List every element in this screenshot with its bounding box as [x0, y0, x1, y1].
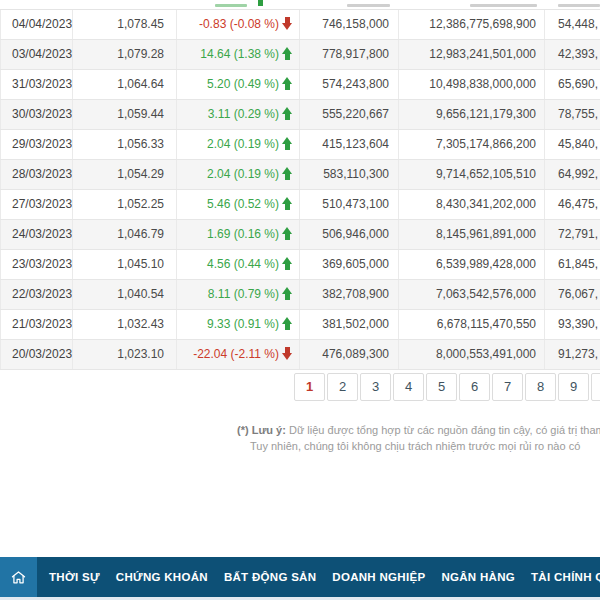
- disclaimer-text-2: Tuy nhiên, chúng tôi không chịu trách nh…: [250, 440, 580, 452]
- page-button-9[interactable]: 9: [558, 373, 589, 401]
- cell-value: 12,386,775,698,900: [399, 10, 545, 39]
- table-row: 27/03/20231,052.255.46 (0.52 %)510,473,1…: [0, 190, 600, 220]
- page-button-6[interactable]: 6: [459, 373, 490, 401]
- home-icon: [10, 569, 27, 586]
- arrow-up-icon: [282, 137, 293, 150]
- cell-value: 7,305,174,866,200: [399, 130, 545, 159]
- nav-item-5[interactable]: NGÂN HÀNG: [433, 557, 523, 597]
- cell-close: 1,032.43: [73, 310, 177, 339]
- cell-value: 8,430,341,202,000: [399, 190, 545, 219]
- change-value: 4.56 (0.44 %): [207, 257, 279, 271]
- navbar-items: THỜI SỰCHỨNG KHOÁNBẤT ĐỘNG SẢNDOANH NGHI…: [41, 557, 600, 597]
- history-table-body: 04/04/20231,078.45-0.83 (-0.08 %)746,158…: [0, 10, 600, 370]
- arrow-up-icon: [282, 317, 293, 330]
- change-value: 1.69 (0.16 %): [207, 227, 279, 241]
- change-value: 5.46 (0.52 %): [207, 197, 279, 211]
- cell-extra: 61,845,: [545, 250, 600, 279]
- cell-value: 8,145,961,891,000: [399, 220, 545, 249]
- page-button-4[interactable]: 4: [393, 373, 424, 401]
- cell-extra: 76,067,: [545, 280, 600, 309]
- pagination: 123456789: [294, 373, 600, 401]
- cell-date: 31/03/2023: [0, 70, 73, 99]
- cell-change: 4.56 (0.44 %): [177, 250, 300, 279]
- nav-item-1[interactable]: THỜI SỰ: [41, 557, 108, 597]
- cell-change: 8.11 (0.79 %): [177, 280, 300, 309]
- table-row: 03/04/20231,079.2814.64 (1.38 %)778,917,…: [0, 40, 600, 70]
- table-row: 28/03/20231,054.292.04 (0.19 %)583,110,3…: [0, 160, 600, 190]
- bottom-navbar: THỜI SỰCHỨNG KHOÁNBẤT ĐỘNG SẢNDOANH NGHI…: [0, 557, 600, 597]
- home-button[interactable]: [0, 557, 37, 597]
- cell-date: 30/03/2023: [0, 100, 73, 129]
- cell-close: 1,079.28: [73, 40, 177, 69]
- cell-volume: 476,089,300: [300, 340, 399, 369]
- change-value: 8.11 (0.79 %): [208, 287, 279, 301]
- cell-date: 24/03/2023: [0, 220, 73, 249]
- cell-close: 1,045.10: [73, 250, 177, 279]
- nav-item-6[interactable]: TÀI CHÍNH QUỐC TẾ: [523, 557, 600, 597]
- page-button-2[interactable]: 2: [327, 373, 358, 401]
- cell-extra: 64,992,: [545, 160, 600, 189]
- change-value: -0.83 (-0.08 %): [199, 17, 279, 31]
- cell-extra: 46,475,: [545, 190, 600, 219]
- cell-date: 23/03/2023: [0, 250, 73, 279]
- cell-change: 5.46 (0.52 %): [177, 190, 300, 219]
- arrow-up-icon: [255, 0, 266, 6]
- change-value: 14.64 (1.38 %): [200, 47, 279, 61]
- cell-close: 1,064.64: [73, 70, 177, 99]
- arrow-up-icon: [282, 107, 293, 120]
- cell-value: 6,678,115,470,550: [399, 310, 545, 339]
- change-value: 2.04 (0.19 %): [207, 137, 279, 151]
- page-button-clipped[interactable]: [591, 373, 600, 401]
- arrow-up-icon: [282, 77, 293, 90]
- table-row: 24/03/20231,046.791.69 (0.16 %)506,946,0…: [0, 220, 600, 250]
- cell-change: 3.11 (0.29 %): [177, 100, 300, 129]
- cell-extra: 45,840,: [545, 130, 600, 159]
- cell-extra: 42,393,: [545, 40, 600, 69]
- cell-volume: 574,243,800: [300, 70, 399, 99]
- clipped-text-fragment: [215, 4, 247, 7]
- page-button-7[interactable]: 7: [492, 373, 523, 401]
- arrow-up-icon: [282, 257, 293, 270]
- page-button-8[interactable]: 8: [525, 373, 556, 401]
- cell-extra: 91,273,: [545, 340, 600, 369]
- change-value: 5.20 (0.49 %): [207, 77, 279, 91]
- disclaimer-text-1: Dữ liệu được tổng hợp từ các nguồn đáng …: [289, 424, 600, 436]
- cell-volume: 778,917,800: [300, 40, 399, 69]
- cell-volume: 746,158,000: [300, 10, 399, 39]
- cell-change: 5.20 (0.49 %): [177, 70, 300, 99]
- table-row: 23/03/20231,045.104.56 (0.44 %)369,605,0…: [0, 250, 600, 280]
- cell-change: -0.83 (-0.08 %): [177, 10, 300, 39]
- table-row: 22/03/20231,040.548.11 (0.79 %)382,708,9…: [0, 280, 600, 310]
- page-button-3[interactable]: 3: [360, 373, 391, 401]
- cell-value: 12,983,241,501,000: [399, 40, 545, 69]
- clipped-text-fragment: [470, 4, 537, 7]
- arrow-up-icon: [282, 47, 293, 60]
- cell-value: 7,063,542,576,000: [399, 280, 545, 309]
- nav-item-4[interactable]: DOANH NGHIỆP: [324, 557, 433, 597]
- nav-item-2[interactable]: CHỨNG KHOÁN: [108, 557, 216, 597]
- cell-value: 9,714,652,105,510: [399, 160, 545, 189]
- table-row: 21/03/20231,032.439.33 (0.91 %)381,502,0…: [0, 310, 600, 340]
- cell-close: 1,054.29: [73, 160, 177, 189]
- cell-volume: 369,605,000: [300, 250, 399, 279]
- cell-date: 27/03/2023: [0, 190, 73, 219]
- table-row: 31/03/20231,064.645.20 (0.49 %)574,243,8…: [0, 70, 600, 100]
- cell-volume: 506,946,000: [300, 220, 399, 249]
- page-button-1[interactable]: 1: [294, 373, 325, 401]
- cell-value: 10,498,838,000,000: [399, 70, 545, 99]
- table-row-partial: [0, 0, 600, 10]
- arrow-up-icon: [282, 287, 293, 300]
- change-value: 3.11 (0.29 %): [208, 107, 279, 121]
- cell-extra: 65,690,: [545, 70, 600, 99]
- arrow-up-icon: [282, 167, 293, 180]
- change-value: 9.33 (0.91 %): [207, 317, 279, 331]
- clipped-text-fragment: [558, 4, 600, 7]
- table-row: 20/03/20231,023.10-22.04 (-2.11 %)476,08…: [0, 340, 600, 370]
- cell-value: 8,000,553,491,000: [399, 340, 545, 369]
- cell-change: 2.04 (0.19 %): [177, 130, 300, 159]
- page-button-5[interactable]: 5: [426, 373, 457, 401]
- arrow-down-icon: [282, 347, 293, 360]
- nav-item-3[interactable]: BẤT ĐỘNG SẢN: [216, 557, 324, 597]
- cell-close: 1,040.54: [73, 280, 177, 309]
- cell-change: -22.04 (-2.11 %): [177, 340, 300, 369]
